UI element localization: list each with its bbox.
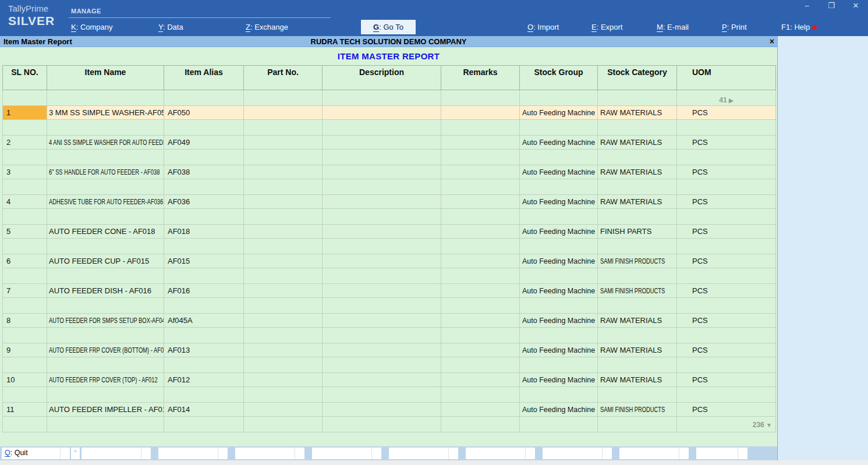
empty-cell xyxy=(598,179,677,195)
column-header-item-name: Item Name xyxy=(47,66,164,90)
empty-cell xyxy=(677,328,776,343)
menu-import[interactable]: O: Import xyxy=(527,23,559,31)
empty-cell xyxy=(3,179,47,195)
expand-toggle[interactable]: ^ xyxy=(71,448,80,459)
cell-remarks-row2 xyxy=(441,136,520,150)
item-row-4[interactable]: 4ADHESIVE TUBE FOR AUTO FEEDER-AF036AF03… xyxy=(3,195,776,209)
menu-key: E xyxy=(591,23,597,31)
empty-cell xyxy=(598,90,677,106)
empty-cell xyxy=(244,120,323,136)
empty-cell xyxy=(164,328,244,343)
empty-cell xyxy=(441,298,520,314)
cell-remarks-row10 xyxy=(441,373,520,387)
empty-cell xyxy=(520,239,598,254)
restore-icon[interactable]: ❐ xyxy=(826,1,837,10)
menu-data[interactable]: Y: Data xyxy=(158,23,183,31)
cell-part-row2 xyxy=(244,136,323,150)
empty-cell xyxy=(164,298,244,314)
item-row-6[interactable]: 6AUTO FEEDER CUP - AF015AF015Auto Feedin… xyxy=(3,254,776,268)
empty-cell xyxy=(441,239,520,254)
cell-uom-row3: PCS xyxy=(677,165,776,179)
column-header-description: Description xyxy=(323,66,441,90)
report-close-icon[interactable]: × xyxy=(770,37,774,46)
empty-cell xyxy=(47,209,164,225)
menu-key: Z xyxy=(246,23,250,31)
menu-print[interactable]: P: Print xyxy=(722,23,747,31)
empty-cell xyxy=(598,150,677,165)
empty-cell xyxy=(164,209,244,225)
cell-group-row2: Auto Feeding Machine xyxy=(520,136,598,150)
empty-cell xyxy=(47,328,164,343)
brand-name: TallyPrime xyxy=(8,4,55,14)
item-row-7[interactable]: 7AUTO FEEDER DISH - AF016AF016Auto Feedi… xyxy=(3,284,776,298)
cell-sl-row9: 9 xyxy=(3,343,47,357)
empty-cell xyxy=(520,357,598,373)
spacer-row xyxy=(3,120,776,136)
empty-cell xyxy=(3,298,47,314)
menu-label: : Help xyxy=(790,23,810,31)
empty-cell xyxy=(441,417,520,432)
cell-desc-row3 xyxy=(323,165,441,179)
cell-remarks-row9 xyxy=(441,343,520,357)
empty-cell xyxy=(164,120,244,136)
cell-cat-row1: RAW MATERIALS xyxy=(598,106,677,120)
empty-cell xyxy=(441,150,520,165)
empty-cell xyxy=(520,179,598,195)
menu-label: : Import xyxy=(533,23,559,31)
empty-cell xyxy=(441,90,520,106)
app-logo: TallyPrime SILVER xyxy=(8,4,55,27)
cell-alias-row4: AF036 xyxy=(164,195,244,209)
menu-email[interactable]: M: E-mail xyxy=(657,23,689,31)
cell-group-row5: Auto Feeding Machine xyxy=(520,225,598,239)
spacer-row: 41 ▶ xyxy=(3,90,776,106)
empty-cell xyxy=(323,268,441,284)
menu-company[interactable]: K: Company xyxy=(71,23,113,31)
empty-cell xyxy=(441,268,520,284)
empty-cell xyxy=(598,357,677,373)
cell-sl-row2: 2 xyxy=(3,136,47,150)
empty-cell xyxy=(520,328,598,343)
menu-exchange[interactable]: Z: Exchange xyxy=(246,23,288,31)
empty-cell xyxy=(164,179,244,195)
company-name: RUDRA TECH SOLUTION DEMO COMPANY xyxy=(0,37,777,46)
item-row-8[interactable]: 8AUTO FEEDER FOR SMPS SETUP BOX-AF045AAf… xyxy=(3,314,776,328)
empty-function-slot xyxy=(543,448,612,459)
item-row-2[interactable]: 24 ANI SS SIMPLE WASHER FOR AUTO FEEDER-… xyxy=(3,136,776,150)
item-row-9[interactable]: 9AUTO FEEDER FRP COVER (BOTTOM) - AF013A… xyxy=(3,343,776,357)
item-row-3[interactable]: 36" SS HANDLE FOR AUTO FEEDER - AF038AF0… xyxy=(3,165,776,179)
cell-desc-row8 xyxy=(323,314,441,328)
empty-cell xyxy=(164,90,244,106)
cell-part-row5 xyxy=(244,225,323,239)
item-row-10[interactable]: 10AUTO FEEDER FRP COVER (TOP) - AF012AF0… xyxy=(3,373,776,387)
empty-cell xyxy=(3,120,47,136)
column-header-part-no: Part No. xyxy=(244,66,323,90)
item-row-11[interactable]: 11AUTO FEEDER IMPELLER - AF014AF014Auto … xyxy=(3,403,776,417)
item-row-1[interactable]: 13 MM SS SIMPLE WASHER-AF050AF050Auto Fe… xyxy=(3,106,776,120)
empty-cell xyxy=(47,387,164,403)
empty-cell xyxy=(520,209,598,225)
quit-label: : xyxy=(10,449,15,457)
empty-function-slot xyxy=(158,448,228,459)
item-row-5[interactable]: 5AUTO FEEDER CONE - AF018AF018Auto Feedi… xyxy=(3,225,776,239)
menu-label: : Exchange xyxy=(250,23,288,31)
goto-button[interactable]: G: Go To xyxy=(361,20,416,34)
empty-cell xyxy=(598,417,677,432)
empty-cell xyxy=(3,387,47,403)
cell-name-row11: AUTO FEEDER IMPELLER - AF014 xyxy=(47,403,164,417)
cell-uom-row2: PCS xyxy=(677,136,776,150)
menu-export[interactable]: E: Export xyxy=(591,23,622,31)
spacer-row xyxy=(3,209,776,225)
close-icon[interactable]: ✕ xyxy=(851,1,861,10)
menu-help[interactable]: F1: Help xyxy=(781,23,810,31)
cell-remarks-row6 xyxy=(441,254,520,268)
empty-cell xyxy=(441,179,520,195)
cell-part-row10 xyxy=(244,373,323,387)
cell-remarks-row5 xyxy=(441,225,520,239)
cell-name-row1: 3 MM SS SIMPLE WASHER-AF050 xyxy=(47,106,164,120)
empty-cell xyxy=(441,209,520,225)
quit-button[interactable]: Q: Quit xyxy=(2,448,70,459)
minimize-icon[interactable]: – xyxy=(802,1,812,10)
empty-function-slot xyxy=(312,448,381,459)
empty-cell xyxy=(323,357,441,373)
empty-cell xyxy=(677,357,776,373)
